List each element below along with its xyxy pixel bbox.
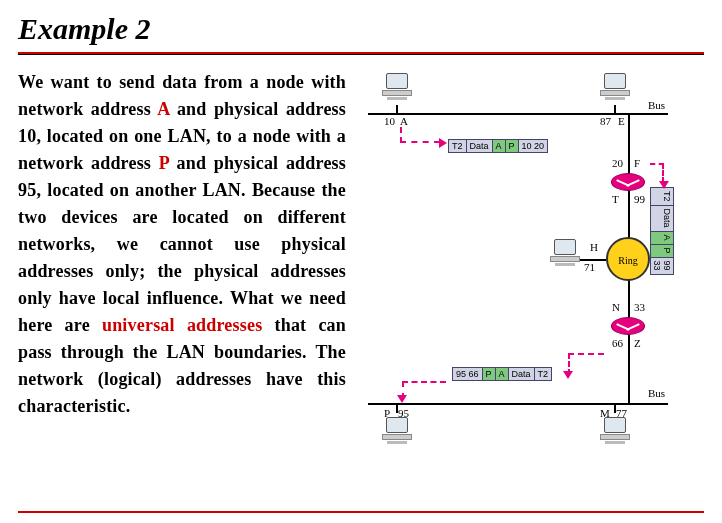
arrow-pkt-to-p: [402, 381, 446, 399]
arrow-p-head: [397, 395, 407, 403]
computer-a-icon: [380, 73, 414, 100]
addr-p: P: [159, 153, 169, 173]
page-title: Example 2: [18, 12, 704, 46]
bottom-bus-line: [368, 403, 668, 405]
title-divider: [18, 52, 704, 55]
bottom-divider: [18, 511, 704, 513]
universal-addresses: universal addresses: [102, 315, 262, 335]
pkt-b-c3: A: [496, 368, 509, 380]
pkt-r-c4: P: [651, 245, 673, 258]
network-diagram: Bus 10 A 87 E 20 F T 99 Ring H 71: [358, 69, 704, 469]
pkt-top-c4: P: [506, 140, 519, 152]
arrow-right-head: [659, 181, 669, 189]
pc-e-drop: [614, 105, 616, 113]
n-label: N: [612, 301, 620, 313]
pkt-b-c2: P: [483, 368, 496, 380]
packet-right: T2 Data A P 99 33: [650, 187, 674, 275]
pc-m-drop: [614, 403, 616, 413]
pkt-top-c2: Data: [467, 140, 493, 152]
ring-node: Ring: [606, 237, 650, 281]
router-bottom-icon: [611, 317, 645, 335]
f-net: F: [634, 157, 640, 169]
pc-e-net: E: [618, 115, 625, 127]
computer-e-icon: [598, 73, 632, 100]
t-label: T: [612, 193, 619, 205]
router-top-icon: [611, 173, 645, 191]
description-paragraph: We want to send data from a node with ne…: [18, 69, 346, 469]
arrow-z-head: [563, 371, 573, 379]
z-phys: 66: [612, 337, 623, 349]
pc-e-phys: 87: [600, 115, 611, 127]
pc-p-drop: [396, 403, 398, 413]
t-port: 99: [634, 193, 645, 205]
pkt-top-c1: T2: [449, 140, 467, 152]
h-net: H: [590, 241, 598, 253]
pkt-r-c3: A: [651, 232, 673, 245]
pkt-r-c5: 99 33: [651, 258, 673, 274]
arrow-a-head: [439, 138, 447, 148]
computer-p-icon: [380, 417, 414, 444]
text-3: and physical address 95, located on anot…: [18, 153, 346, 335]
pkt-r-c1: T2: [651, 188, 673, 206]
pkt-top-c5: 10 20: [519, 140, 548, 152]
arrow-z-to-pkt: [568, 353, 604, 375]
computer-m-icon: [598, 417, 632, 444]
pkt-b-c1: 95 66: [453, 368, 483, 380]
computer-h-icon: [548, 239, 582, 266]
pkt-top-c3: A: [493, 140, 506, 152]
packet-top: T2 Data A P 10 20: [448, 139, 548, 153]
pkt-r-c2: Data: [651, 206, 673, 232]
bottom-bus-label: Bus: [648, 387, 665, 399]
f-phys: 20: [612, 157, 623, 169]
top-bus-label: Bus: [648, 99, 665, 111]
arrow-a-to-pkt: [400, 127, 440, 143]
pc-a-drop: [396, 105, 398, 113]
pc-a-phys: 10: [384, 115, 395, 127]
pkt-b-c4: Data: [509, 368, 535, 380]
addr-a: A: [157, 99, 169, 119]
content-row: We want to send data from a node with ne…: [18, 69, 704, 469]
z-net: Z: [634, 337, 641, 349]
n-port: 33: [634, 301, 645, 313]
pkt-b-c5: T2: [535, 368, 552, 380]
h-phys: 71: [584, 261, 595, 273]
pc-a-net: A: [400, 115, 408, 127]
packet-bottom: 95 66 P A Data T2: [452, 367, 552, 381]
arrow-to-pkt-right: [650, 163, 664, 183]
